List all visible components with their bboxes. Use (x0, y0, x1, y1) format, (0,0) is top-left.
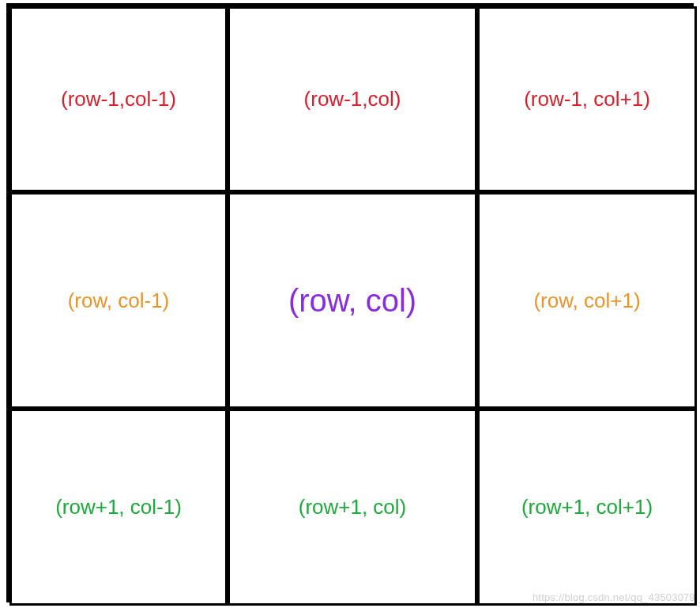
label-center: (row, col) (288, 283, 416, 319)
watermark-text: https://blog.csdn.net/qq_43503079 (533, 591, 695, 603)
label-top-center: (row-1,col) (304, 87, 401, 111)
cell-top-left: (row-1,col-1) (9, 6, 228, 192)
label-mid-left: (row, col-1) (68, 289, 170, 313)
cell-bot-center: (row+1, col) (228, 409, 477, 606)
label-mid-right: (row, col+1) (533, 289, 640, 313)
label-bot-right: (row+1, col+1) (521, 495, 653, 519)
cell-top-center: (row-1,col) (228, 6, 477, 192)
label-bot-center: (row+1, col) (299, 495, 407, 519)
neighbor-grid: (row-1,col-1) (row-1,col) (row-1, col+1)… (6, 3, 694, 602)
label-top-right: (row-1, col+1) (524, 87, 650, 111)
label-top-left: (row-1,col-1) (61, 87, 176, 111)
cell-bot-right: (row+1, col+1) (477, 409, 697, 606)
cell-center: (row, col) (228, 192, 477, 409)
cell-mid-right: (row, col+1) (477, 192, 697, 409)
cell-top-right: (row-1, col+1) (477, 6, 697, 192)
cell-mid-left: (row, col-1) (9, 192, 228, 409)
cell-bot-left: (row+1, col-1) (9, 409, 228, 606)
label-bot-left: (row+1, col-1) (55, 495, 182, 519)
